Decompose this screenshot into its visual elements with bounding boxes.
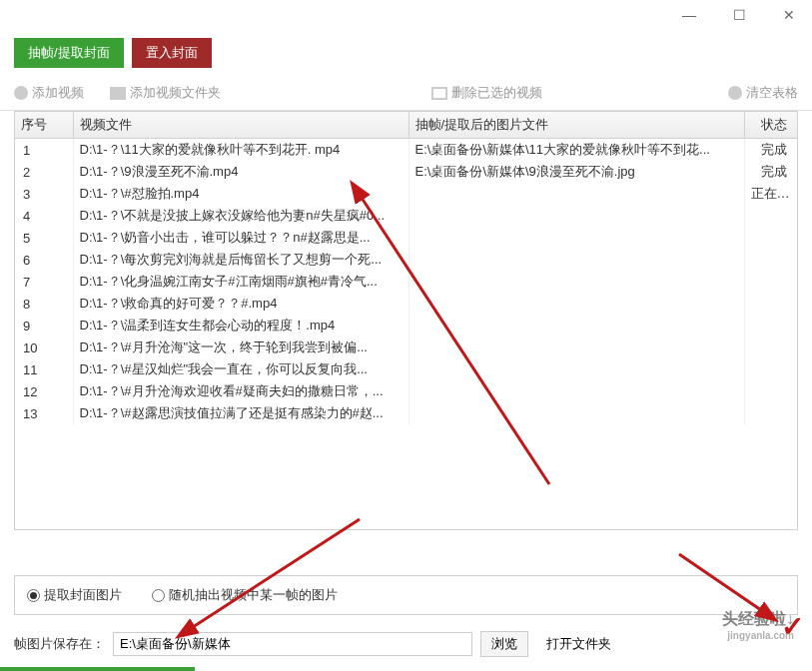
delete-selected-label: 删除已选的视频 [451,84,542,102]
save-row: 帧图片保存在： 浏览 打开文件夹 [14,631,798,657]
clear-table-button[interactable]: 清空表格 [728,84,798,102]
cell-output [408,358,744,380]
option1-label: 提取封面图片 [44,586,122,604]
cell-status: 完成 [744,161,798,183]
table-row[interactable]: 6D:\1-？\每次剪完刘海就是后悔留长了又想剪一个死... [15,249,798,271]
cell-num: 9 [15,315,73,336]
cell-output [408,271,744,293]
cell-file: D:\1-？\#月升沧海欢迎收看#疑商夫妇的撒糖日常，... [73,380,408,402]
cell-file: D:\1-？\救命真的好可爱？？#.mp4 [73,293,408,315]
cell-status: 完成 [744,139,798,162]
table-row[interactable]: 8D:\1-？\救命真的好可爱？？#.mp4 [15,293,798,315]
cell-output [408,293,744,315]
title-bar: — ☐ ✕ [0,0,812,30]
cell-output [408,183,744,205]
cell-file: D:\1-？\9浪漫至死不渝.mp4 [73,161,408,183]
cell-status [744,205,798,227]
clear-icon [728,86,742,100]
cell-status: 正在提取 [744,183,798,205]
cell-output [408,227,744,249]
table-container: 序号 视频文件 抽帧/提取后的图片文件 状态 1D:\1-？\11大家的爱就像秋… [14,111,798,530]
cell-num: 10 [15,336,73,358]
maximize-button[interactable]: ☐ [724,5,754,25]
option-extract-cover[interactable]: 提取封面图片 [27,586,122,604]
bottom-panel: 提取封面图片 随机抽出视频中某一帧的图片 帧图片保存在： 浏览 打开文件夹 [0,561,812,671]
cell-num: 5 [15,227,73,249]
table-row[interactable]: 3D:\1-？\#怼脸拍.mp4正在提取 [15,183,798,205]
screen-icon [431,87,447,100]
table-row[interactable]: 7D:\1-？\化身温婉江南女子#江南烟雨#旗袍#青冷气... [15,271,798,293]
radio-icon [152,589,165,602]
add-video-button[interactable]: 添加视频 [14,84,84,102]
table-row[interactable]: 10D:\1-？\#月升沧海"这一次，终于轮到我尝到被偏... [15,336,798,358]
add-video-label: 添加视频 [32,84,84,102]
cell-status [744,315,798,336]
top-section: 抽帧/提取封面 置入封面 添加视频 添加视频文件夹 删除已选的视频 清空表格 [0,30,812,111]
cell-num: 8 [15,293,73,315]
minimize-button[interactable]: — [674,5,704,25]
header-output[interactable]: 抽帧/提取后的图片文件 [408,112,744,139]
video-table: 序号 视频文件 抽帧/提取后的图片文件 状态 1D:\1-？\11大家的爱就像秋… [15,112,798,424]
table-row[interactable]: 12D:\1-？\#月升沧海欢迎收看#疑商夫妇的撒糖日常，... [15,380,798,402]
option2-label: 随机抽出视频中某一帧的图片 [169,586,338,604]
cell-file: D:\1-？\每次剪完刘海就是后悔留长了又想剪一个死... [73,249,408,271]
cell-file: D:\1-？\#怼脸拍.mp4 [73,183,408,205]
cell-status [744,336,798,358]
main-area: 序号 视频文件 抽帧/提取后的图片文件 状态 1D:\1-？\11大家的爱就像秋… [0,111,812,530]
cell-num: 13 [15,402,73,424]
cell-status [744,271,798,293]
cell-num: 2 [15,161,73,183]
cell-file: D:\1-？\11大家的爱就像秋叶等不到花开. mp4 [73,139,408,162]
cell-file: D:\1-？\不就是没披上嫁衣没嫁给他为妻n#失星疯#0... [73,205,408,227]
cell-status [744,402,798,424]
cell-output [408,380,744,402]
cell-file: D:\1-？\#星汉灿烂"我会一直在，你可以反复向我... [73,358,408,380]
cell-file: D:\1-？\温柔到连女生都会心动的程度！.mp4 [73,315,408,336]
cell-num: 1 [15,139,73,162]
cell-num: 7 [15,271,73,293]
table-row[interactable]: 13D:\1-？\#赵露思演技值拉满了还是挺有感染力的#赵... [15,402,798,424]
cell-file: D:\1-？\#月升沧海"这一次，终于轮到我尝到被偏... [73,336,408,358]
table-row[interactable]: 2D:\1-？\9浪漫至死不渝.mp4E:\桌面备份\新媒体\9浪漫至死不渝.j… [15,161,798,183]
table-row[interactable]: 9D:\1-？\温柔到连女生都会心动的程度！.mp4 [15,315,798,336]
add-folder-button[interactable]: 添加视频文件夹 [110,84,221,102]
delete-selected-button[interactable]: 删除已选的视频 [431,84,542,102]
tab-insert[interactable]: 置入封面 [132,38,212,68]
option-random-frame[interactable]: 随机抽出视频中某一帧的图片 [152,586,338,604]
cell-output [408,315,744,336]
cell-status [744,227,798,249]
plus-icon [14,86,28,100]
close-button[interactable]: ✕ [774,5,804,25]
cell-output: E:\桌面备份\新媒体\9浪漫至死不渝.jpg [408,161,744,183]
table-row[interactable]: 4D:\1-？\不就是没披上嫁衣没嫁给他为妻n#失星疯#0... [15,205,798,227]
table-row[interactable]: 1D:\1-？\11大家的爱就像秋叶等不到花开. mp4E:\桌面备份\新媒体\… [15,139,798,162]
cell-num: 11 [15,358,73,380]
cell-num: 6 [15,249,73,271]
header-status[interactable]: 状态 [744,112,798,139]
table-row[interactable]: 11D:\1-？\#星汉灿烂"我会一直在，你可以反复向我... [15,358,798,380]
cell-output [408,336,744,358]
cell-file: D:\1-？\#赵露思演技值拉满了还是挺有感染力的#赵... [73,402,408,424]
tab-row: 抽帧/提取封面 置入封面 [14,30,798,78]
cell-output [408,402,744,424]
cell-file: D:\1-？\化身温婉江南女子#江南烟雨#旗袍#青冷气... [73,271,408,293]
check-icon: ✓ [781,610,804,643]
cell-num: 12 [15,380,73,402]
cell-status [744,249,798,271]
cell-num: 4 [15,205,73,227]
cell-status [744,293,798,315]
cell-status [744,380,798,402]
browse-button[interactable]: 浏览 [480,631,528,657]
header-num[interactable]: 序号 [15,112,73,139]
cell-output: E:\桌面备份\新媒体\11大家的爱就像秋叶等不到花... [408,139,744,162]
header-file[interactable]: 视频文件 [73,112,408,139]
cell-status [744,358,798,380]
cell-output [408,249,744,271]
tab-extract[interactable]: 抽帧/提取封面 [14,38,124,68]
save-path-input[interactable] [113,632,472,656]
cell-num: 3 [15,183,73,205]
open-folder-button[interactable]: 打开文件夹 [536,632,621,656]
radio-icon [27,589,40,602]
table-row[interactable]: 5D:\1-？\奶音小出击，谁可以躲过？？n#赵露思是... [15,227,798,249]
folder-icon [110,87,126,100]
